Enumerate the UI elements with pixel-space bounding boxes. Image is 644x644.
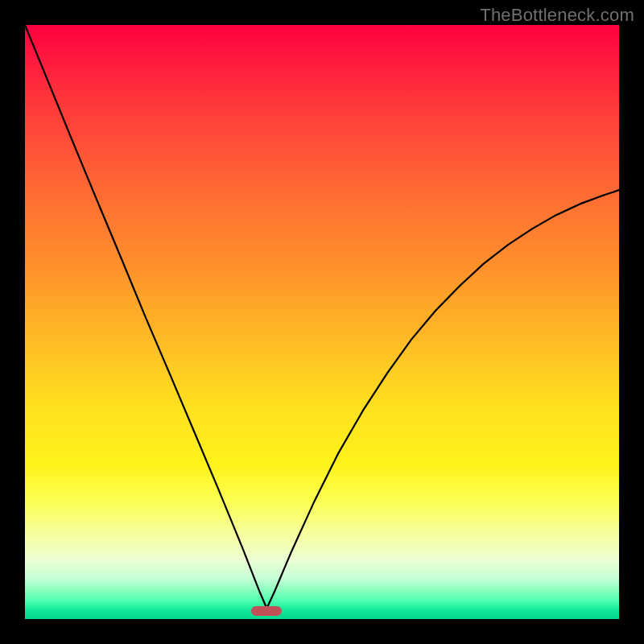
watermark-text: TheBottleneck.com	[480, 5, 634, 26]
plot-area	[25, 25, 619, 619]
bottleneck-curve	[25, 25, 619, 609]
outer-frame: TheBottleneck.com	[0, 0, 644, 644]
curve-svg	[25, 25, 619, 619]
cusp-marker	[251, 606, 282, 616]
